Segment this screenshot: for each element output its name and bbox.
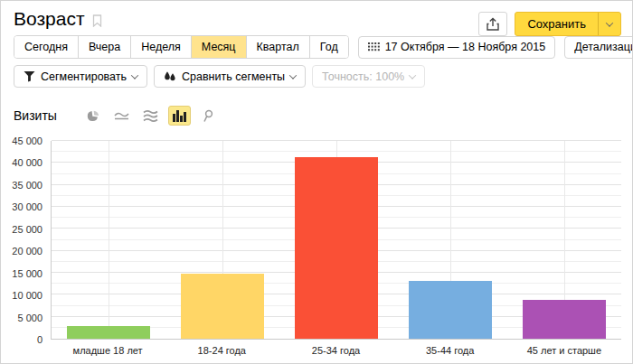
chart-bar[interactable]: [295, 157, 378, 339]
tab-month[interactable]: Месяц: [191, 36, 246, 58]
upload-icon: [487, 17, 499, 31]
period-tabs: Сегодня Вчера Неделя Месяц Квартал Год: [14, 35, 349, 59]
chevron-down-icon: [289, 71, 297, 79]
chart-bar[interactable]: [523, 300, 606, 339]
compare-label: Сравнить сегменты: [182, 70, 285, 83]
save-button[interactable]: Сохранить: [515, 13, 598, 35]
x-tick-label: 35-44 года: [426, 345, 474, 356]
chart-bar[interactable]: [181, 274, 264, 339]
chevron-down-icon: [606, 19, 613, 26]
tab-today[interactable]: Сегодня: [14, 36, 78, 58]
save-dropdown-button[interactable]: [598, 13, 620, 35]
tab-yesterday[interactable]: Вчера: [78, 36, 130, 58]
y-tick-label: 20 000: [12, 246, 43, 257]
y-tick-label: 15 000: [12, 268, 43, 279]
tab-year[interactable]: Год: [309, 36, 348, 58]
save-button-label: Сохранить: [527, 17, 586, 31]
compare-segments-dropdown[interactable]: Сравнить сегменты: [154, 65, 306, 88]
funnel-icon: [24, 70, 35, 82]
save-split-button: Сохранить: [515, 12, 621, 36]
bar-chart-icon[interactable]: [168, 106, 191, 126]
x-axis: младше 18 лет18-24 года25-34 года35-44 г…: [51, 345, 621, 359]
page-title: Возраст: [14, 8, 85, 30]
chart-type-switcher: [81, 106, 220, 126]
date-range-button[interactable]: 17 Октября — 18 Ноября 2015: [358, 36, 556, 59]
y-axis: 05 00010 00015 00020 00025 00030 00035 0…: [1, 141, 43, 340]
metric-label: Визиты: [14, 108, 57, 123]
x-tick-label: 45 лет и старше: [527, 345, 601, 356]
accuracy-label: Точность: 100%: [322, 70, 404, 83]
y-tick-label: 10 000: [12, 290, 43, 301]
report-header: Возраст Сохранить: [14, 8, 621, 36]
bookmark-icon[interactable]: [92, 14, 102, 27]
visits-bar-chart: 05 00010 00015 00020 00025 00030 00035 0…: [1, 132, 632, 362]
detalization-label: Детализация: по дням: [574, 41, 633, 53]
date-range-label: 17 Октября — 18 Ноября 2015: [385, 41, 546, 53]
segment-dropdown[interactable]: Сегментировать: [14, 65, 147, 88]
y-tick-label: 45 000: [12, 135, 43, 146]
segment-toolbar: Сегментировать Сравнить сегменты Точност…: [14, 65, 425, 88]
metric-row: Визиты: [14, 106, 220, 126]
tab-quarter[interactable]: Квартал: [246, 36, 309, 58]
chart-bar[interactable]: [67, 326, 150, 339]
map-pin-icon[interactable]: [197, 106, 220, 126]
x-tick-label: 25-34 года: [312, 345, 360, 356]
y-tick-label: 25 000: [12, 224, 43, 235]
segment-label: Сегментировать: [41, 70, 127, 83]
plot-area: [51, 141, 621, 340]
period-toolbar: Сегодня Вчера Неделя Месяц Квартал Год 1…: [14, 35, 633, 59]
tab-week[interactable]: Неделя: [130, 36, 191, 58]
x-tick-label: 18-24 года: [198, 345, 246, 356]
vertical-gridline: [109, 141, 109, 339]
chevron-down-icon: [409, 71, 416, 79]
x-tick-label: младше 18 лет: [73, 345, 143, 356]
accuracy-dropdown: Точность: 100%: [312, 65, 425, 88]
compare-drops-icon: [164, 70, 176, 82]
line-chart-icon[interactable]: [110, 106, 133, 126]
chart-bar[interactable]: [409, 281, 492, 339]
y-tick-label: 5 000: [17, 313, 43, 323]
calendar-icon: [368, 42, 380, 52]
y-tick-label: 35 000: [12, 180, 43, 191]
y-tick-label: 40 000: [12, 157, 43, 168]
pie-chart-icon[interactable]: [81, 106, 104, 126]
metrica-report-window: Возраст Сохранить: [0, 0, 633, 364]
export-button[interactable]: [478, 12, 507, 36]
chevron-down-icon: [131, 71, 138, 79]
detalization-dropdown[interactable]: Детализация: по дням: [564, 36, 633, 59]
y-tick-label: 0: [37, 334, 43, 345]
area-chart-icon[interactable]: [139, 106, 162, 126]
y-tick-label: 30 000: [12, 201, 43, 212]
